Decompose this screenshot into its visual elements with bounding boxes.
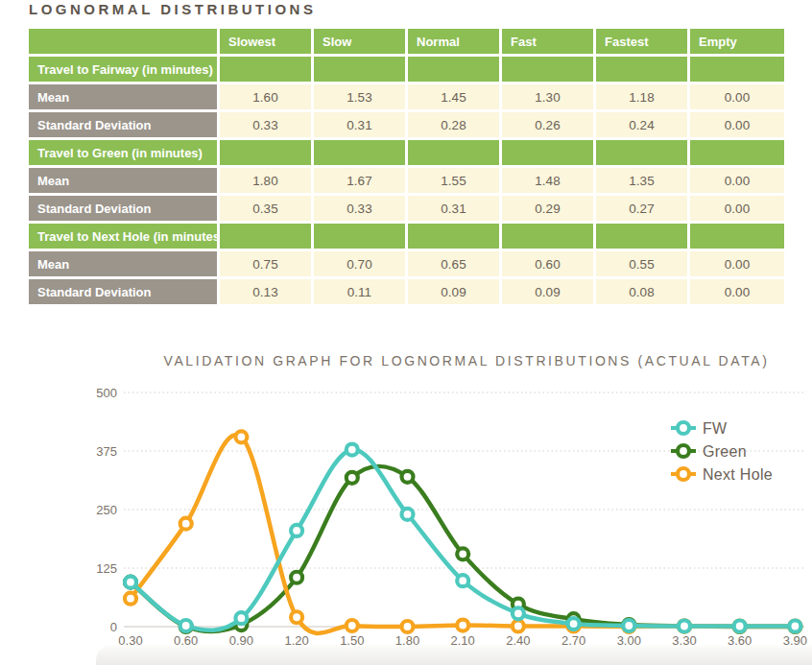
data-point-next-hole xyxy=(513,621,524,632)
value-cell: 0.09 xyxy=(408,279,502,307)
metric-label: Mean xyxy=(29,84,220,112)
value-cell: 0.09 xyxy=(502,279,596,307)
data-point-next-hole xyxy=(235,431,247,442)
value-cell: 0.08 xyxy=(596,279,690,307)
metric-row: Mean0.750.700.650.600.550.00 xyxy=(29,251,784,279)
legend-marker-icon xyxy=(678,445,689,457)
value-cell: 1.67 xyxy=(314,168,408,196)
metric-row: Standard Deviation0.130.110.090.090.080.… xyxy=(29,279,784,307)
data-point-next-hole xyxy=(346,620,358,631)
value-cell: 0.24 xyxy=(596,112,690,140)
value-cell: 0.75 xyxy=(220,251,314,279)
column-header: Fastest xyxy=(596,29,690,57)
value-cell: 0.11 xyxy=(314,279,408,307)
section-spacer-cell xyxy=(408,57,502,84)
value-cell: 0.31 xyxy=(314,112,408,140)
data-point-fw xyxy=(180,620,192,631)
value-cell: 0.33 xyxy=(314,196,408,224)
column-header: Slowest xyxy=(220,29,314,57)
value-cell: 0.29 xyxy=(502,196,596,224)
legend-marker-icon xyxy=(678,468,689,480)
data-point-next-hole xyxy=(457,620,468,631)
section-spacer-cell xyxy=(314,57,408,84)
value-cell: 0.60 xyxy=(502,251,596,279)
x-tick-label: 3.30 xyxy=(672,633,696,648)
page-title: LOGNORMAL DISTRIBUTIONS xyxy=(29,1,316,17)
metric-label: Standard Deviation xyxy=(29,279,220,307)
section-spacer-cell xyxy=(502,57,596,84)
value-cell: 1.53 xyxy=(314,84,408,112)
value-cell: 0.26 xyxy=(502,112,596,140)
data-point-fw xyxy=(402,509,414,520)
section-spacer-cell xyxy=(220,57,314,84)
table-header: SlowestSlowNormalFastFastestEmpty xyxy=(29,29,784,57)
value-cell: 1.45 xyxy=(408,84,502,112)
value-cell: 1.55 xyxy=(408,168,502,196)
y-tick-label: 375 xyxy=(96,444,117,459)
value-cell: 0.33 xyxy=(220,112,314,140)
y-tick-label: 125 xyxy=(96,561,117,576)
value-cell: 0.00 xyxy=(690,168,784,196)
data-point-fw xyxy=(789,621,800,632)
data-point-fw xyxy=(568,618,580,629)
value-cell: 0.70 xyxy=(314,251,408,279)
section-label: Travel to Next Hole (in minutes) xyxy=(29,224,220,251)
section-spacer-cell xyxy=(220,224,314,251)
x-tick-label: 2.70 xyxy=(561,633,585,648)
metric-label: Standard Deviation xyxy=(29,196,220,224)
section-spacer-cell xyxy=(596,224,690,251)
header-row: SlowestSlowNormalFastFastestEmpty xyxy=(29,29,784,57)
section-spacer-cell xyxy=(596,140,690,168)
data-point-next-hole xyxy=(402,621,414,632)
x-tick-label: 0.30 xyxy=(118,633,142,648)
metric-row: Standard Deviation0.330.310.280.260.240.… xyxy=(29,112,784,140)
value-cell: 1.48 xyxy=(502,168,596,196)
section-row: Travel to Next Hole (in minutes) xyxy=(29,224,784,251)
legend-label: Next Hole xyxy=(703,466,773,483)
legend-label: FW xyxy=(703,420,728,437)
section-spacer-cell xyxy=(690,57,784,84)
value-cell: 0.28 xyxy=(408,112,502,140)
value-cell: 0.65 xyxy=(408,251,502,279)
data-point-fw xyxy=(235,612,247,624)
metric-row: Mean1.801.671.551.481.350.00 xyxy=(29,168,784,196)
series-line-fw xyxy=(131,449,795,629)
x-tick-label: 1.50 xyxy=(340,633,364,648)
data-point-fw xyxy=(346,444,358,456)
data-point-fw xyxy=(623,620,634,631)
data-point-next-hole xyxy=(125,593,136,605)
data-point-fw xyxy=(457,575,468,586)
data-point-next-hole xyxy=(291,611,302,623)
metric-label: Mean xyxy=(29,168,220,196)
corner-cell xyxy=(29,29,220,57)
section-spacer-cell xyxy=(690,224,784,251)
table-body: Travel to Fairway (in minutes)Mean1.601.… xyxy=(29,57,784,307)
data-point-fw xyxy=(734,621,746,632)
section-spacer-cell xyxy=(220,140,314,168)
value-cell: 1.60 xyxy=(220,84,314,112)
value-cell: 1.35 xyxy=(596,168,690,196)
legend-marker-icon xyxy=(678,422,689,434)
section-label: Travel to Fairway (in minutes) xyxy=(29,57,220,84)
value-cell: 0.00 xyxy=(690,251,784,279)
data-point-green xyxy=(402,471,414,483)
value-cell: 0.00 xyxy=(690,279,784,307)
section-spacer-cell xyxy=(596,57,690,84)
value-cell: 1.30 xyxy=(502,84,596,112)
column-header: Fast xyxy=(502,29,596,57)
legend-label: Green xyxy=(703,443,747,460)
x-tick-label: 2.10 xyxy=(451,633,475,648)
metric-label: Standard Deviation xyxy=(29,112,220,140)
value-cell: 0.35 xyxy=(220,196,314,224)
section-spacer-cell xyxy=(502,224,596,251)
x-tick-label: 3.60 xyxy=(728,633,752,648)
column-header: Normal xyxy=(408,29,502,57)
data-point-fw xyxy=(679,621,690,632)
value-cell: 0.27 xyxy=(596,196,690,224)
section-row: Travel to Fairway (in minutes) xyxy=(29,57,784,84)
value-cell: 0.55 xyxy=(596,251,690,279)
x-tick-label: 3.00 xyxy=(617,633,641,648)
value-cell: 1.80 xyxy=(220,168,314,196)
data-point-green xyxy=(457,548,468,559)
x-tick-label: 1.80 xyxy=(395,633,419,648)
